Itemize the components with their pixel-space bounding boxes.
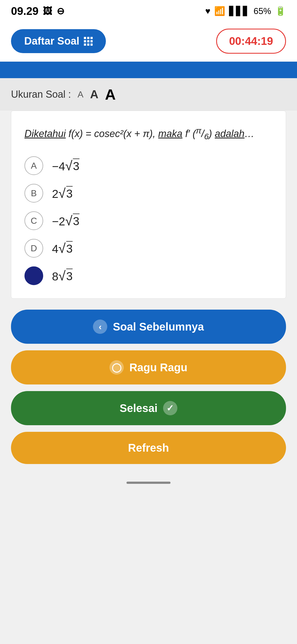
option-d-row[interactable]: D 4√3 xyxy=(24,239,273,258)
daftar-soal-button[interactable]: Daftar Soal xyxy=(11,29,106,53)
question-text: Diketahui f(x) = cosec²(x + π), maka f′ … xyxy=(24,124,273,143)
bottom-bar xyxy=(0,475,297,493)
option-e-circle xyxy=(24,266,43,285)
option-c-row[interactable]: C −2√3 xyxy=(24,211,273,230)
daftar-soal-label: Daftar Soal xyxy=(24,35,79,47)
option-b-row[interactable]: B 2√3 xyxy=(24,184,273,203)
wifi-icon: 📶 xyxy=(214,6,225,16)
finish-label: Selesai xyxy=(120,402,158,414)
home-indicator xyxy=(127,482,170,484)
options-list: A −4√3 B 2√3 C −2√3 D 4√3 xyxy=(24,156,273,285)
font-size-small-button[interactable]: A xyxy=(78,89,83,100)
doubt-label: Ragu Ragu xyxy=(129,361,187,374)
photo-icon: 🖼 xyxy=(43,6,52,17)
status-icons: ♥ 📶 ▋▋▋ 65% 🔋 xyxy=(205,6,286,16)
option-e-row[interactable]: 8√3 xyxy=(24,266,273,285)
prev-question-button[interactable]: ‹ Soal Sebelumnya xyxy=(11,310,286,344)
refresh-label: Refresh xyxy=(128,442,169,454)
battery-icon: 🔋 xyxy=(275,6,286,16)
signal-icon: ▋▋▋ xyxy=(229,6,250,16)
option-c-value: −2√3 xyxy=(52,213,79,228)
battery-level: 65% xyxy=(254,6,271,16)
font-size-bar: Ukuran Soal : A A A xyxy=(0,78,297,111)
nav-buttons: ‹ Soal Sebelumnya ◯ Ragu Ragu Selesai ✓ … xyxy=(0,299,297,475)
font-size-large-button[interactable]: A xyxy=(105,86,116,103)
doubt-icon: ◯ xyxy=(112,362,122,373)
header: Daftar Soal 00:44:19 xyxy=(0,22,297,62)
option-b-circle: B xyxy=(24,184,43,203)
grid-icon xyxy=(84,37,93,46)
question-maka: maka f′ xyxy=(158,128,190,139)
status-time-group: 09.29 🖼 ⊖ xyxy=(11,5,64,17)
chevron-left-icon: ‹ xyxy=(99,322,102,332)
question-card: Diketahui f(x) = cosec²(x + π), maka f′ … xyxy=(11,111,286,299)
refresh-button[interactable]: Refresh xyxy=(11,432,286,464)
blue-band xyxy=(0,62,297,78)
font-size-medium-button[interactable]: A xyxy=(90,88,98,101)
doubt-button[interactable]: ◯ Ragu Ragu xyxy=(11,350,286,384)
option-a-row[interactable]: A −4√3 xyxy=(24,156,273,175)
heart-icon: ♥ xyxy=(205,6,210,16)
font-size-label: Ukuran Soal : xyxy=(11,89,71,100)
status-time: 09.29 xyxy=(11,5,38,17)
finish-button[interactable]: Selesai ✓ xyxy=(11,391,286,425)
finish-icon-circle: ✓ xyxy=(163,401,177,415)
status-bar: 09.29 🖼 ⊖ ♥ 📶 ▋▋▋ 65% 🔋 xyxy=(0,0,297,22)
option-e-value: 8√3 xyxy=(52,268,73,283)
option-a-circle: A xyxy=(24,156,43,175)
option-d-circle: D xyxy=(24,239,43,258)
option-c-circle: C xyxy=(24,211,43,230)
prev-label: Soal Sebelumnya xyxy=(113,321,204,333)
option-a-value: −4√3 xyxy=(52,158,79,173)
doubt-icon-circle: ◯ xyxy=(109,360,124,375)
question-intro: Diketahui xyxy=(24,128,66,139)
checkmark-icon: ✓ xyxy=(166,403,174,413)
question-function: f(x) = cosec²(x + π), xyxy=(68,128,155,139)
question-adalah: adalah… xyxy=(215,128,254,139)
option-d-value: 4√3 xyxy=(52,241,73,256)
prev-icon-circle: ‹ xyxy=(93,320,107,334)
timer-value: 00:44:19 xyxy=(229,35,273,47)
question-frac: (π/6) xyxy=(193,128,212,139)
timer-button[interactable]: 00:44:19 xyxy=(216,29,286,54)
minus-icon: ⊖ xyxy=(57,6,64,17)
option-b-value: 2√3 xyxy=(52,186,73,201)
